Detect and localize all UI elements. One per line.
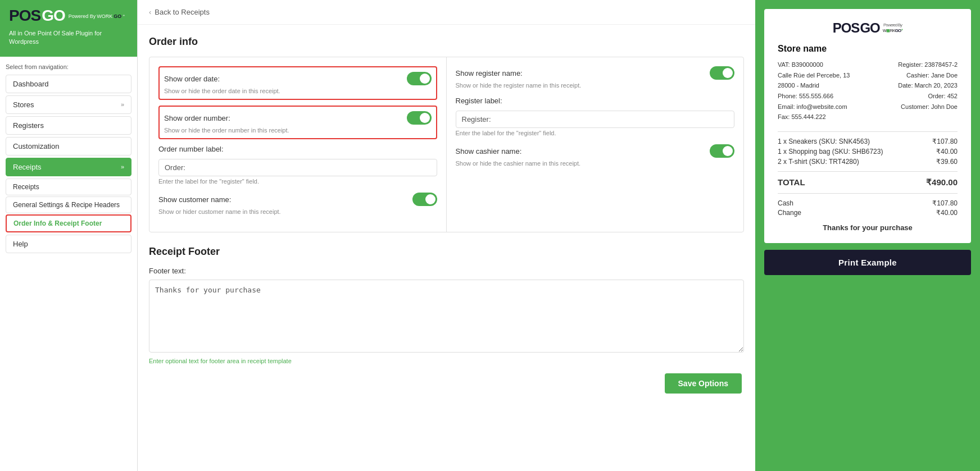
receipt-total-label: TOTAL — [778, 177, 805, 188]
logo: POSGO Powered By WORKGO ⁺ — [9, 7, 128, 25]
show-order-date-field: Show order date: Show or hide the order … — [158, 66, 437, 100]
sidebar-item-label-dashboard: Dashboard — [13, 80, 49, 88]
save-options-button[interactable]: Save Options — [665, 373, 742, 394]
show-register-name-toggle[interactable] — [710, 66, 734, 80]
receipt-card: POSGO Powered By W◼RKGO⁺ Store name VAT:… — [764, 9, 971, 243]
receipt-order: Order: 452 — [898, 91, 958, 102]
receipt-cash-value: ₹107.80 — [932, 199, 958, 207]
show-order-number-desc: Show or hide the order number in this re… — [164, 127, 432, 134]
sidebar-sub-receipts-label: Receipts — [13, 183, 39, 191]
receipt-register: Register: 23878457-2 — [898, 60, 958, 70]
receipt-customer: Customer: John Doe — [898, 102, 958, 112]
sidebar-item-registers[interactable]: Registers — [6, 116, 131, 135]
receipt-logo-pos: POS — [833, 20, 860, 36]
show-customer-name-label-row: Show customer name: — [158, 193, 437, 206]
receipt-meta: VAT: B39000000 Calle Rúe del Percebe, 13… — [778, 60, 958, 122]
breadcrumb: ‹ Back to Receipts — [138, 0, 755, 25]
receipt-change-value: ₹40.00 — [936, 209, 958, 217]
footer-text-label: Footer text: — [149, 267, 744, 275]
receipt-meta-right: Register: 23878457-2 Cashier: Jane Doe D… — [898, 60, 958, 122]
show-order-number-label: Show order number: — [164, 114, 230, 122]
sidebar-item-label-receipts: Receipts — [13, 163, 42, 171]
receipt-divider-3 — [778, 193, 958, 194]
register-label-desc: Enter the label for the "register" field… — [456, 130, 735, 136]
sidebar-item-help[interactable]: Help — [6, 235, 131, 253]
receipt-email: Email: info@website.com — [778, 102, 850, 112]
register-label-input[interactable] — [456, 111, 735, 128]
receipt-item-1-desc: 1 x Sneakers (SKU: SNK4563) — [778, 138, 870, 145]
receipt-item-3-desc: 2 x T-shirt (SKU: TRT4280) — [778, 158, 859, 166]
sidebar-item-stores[interactable]: Stores » — [6, 95, 131, 114]
register-label-field: Register label: Enter the label for the … — [456, 97, 735, 136]
sidebar-sub-general-settings-label: General Settings & Recipe Headers — [13, 201, 120, 209]
sidebar-sub-order-info-label: Order Info & Receipt Footer — [13, 220, 102, 227]
breadcrumb-arrow-icon: ‹ — [149, 8, 151, 16]
receipt-date: Date: March 20, 2023 — [898, 80, 958, 91]
footer-text-textarea[interactable]: Thanks for your purchase — [149, 280, 744, 353]
receipt-vat: VAT: B39000000 — [778, 60, 850, 70]
print-example-button[interactable]: Print Example — [764, 250, 971, 275]
show-order-number-field: Show order number: Show or hide the orde… — [158, 106, 437, 139]
order-info-grid: Show order date: Show or hide the order … — [149, 57, 744, 232]
receipt-change-label: Change — [778, 209, 801, 217]
sidebar-logo: POSGO Powered By WORKGO ⁺ All in One Poi… — [0, 0, 137, 57]
breadcrumb-back-link[interactable]: Back to Receipts — [155, 8, 210, 16]
show-order-date-toggle[interactable] — [407, 72, 432, 85]
logo-powered: Powered By WORKGO ⁺ — [69, 13, 126, 19]
show-register-name-field: Show register name: Show or hide the reg… — [456, 66, 735, 89]
sidebar-tagline: All in One Point Of Sale Plugin for Word… — [9, 29, 128, 52]
sidebar-sub-general-settings[interactable]: General Settings & Recipe Headers — [6, 196, 131, 213]
show-cashier-name-desc: Show or hide the cashier name in this re… — [456, 160, 735, 167]
register-label-text: Register label: — [456, 97, 502, 105]
receipt-cash-label: Cash — [778, 199, 793, 207]
receipt-items: 1 x Sneakers (SKU: SNK4563) ₹107.80 1 x … — [778, 138, 958, 166]
footer-hint-colored: in receipt template — [241, 358, 292, 364]
sidebar-nav-label: Select from navigation: — [6, 63, 131, 70]
sidebar-item-dashboard[interactable]: Dashboard — [6, 75, 131, 93]
receipt-line-item-3: 2 x T-shirt (SKU: TRT4280) ₹39.60 — [778, 158, 958, 166]
receipt-footer-title: Receipt Footer — [149, 246, 744, 258]
receipt-logo-text: POSGO Powered By W◼RKGO⁺ — [833, 20, 903, 36]
show-order-date-desc: Show or hide the order date in this rece… — [164, 88, 432, 94]
toggle-slider-4 — [710, 66, 734, 80]
receipt-fax: Fax: 555.444.222 — [778, 112, 850, 122]
sidebar-item-label-help: Help — [13, 240, 28, 248]
receipt-logo: POSGO Powered By W◼RKGO⁺ — [778, 20, 958, 36]
show-customer-name-toggle[interactable] — [412, 193, 437, 206]
order-number-label-input[interactable] — [158, 159, 437, 176]
order-number-label-desc: Enter the label for the "register" field… — [158, 178, 437, 185]
sidebar-item-label-customization: Customization — [13, 142, 59, 150]
show-cashier-name-label: Show cashier name: — [456, 147, 522, 156]
chevron-icon: » — [121, 101, 124, 108]
register-label-row: Register label: — [456, 97, 735, 105]
show-order-date-label: Show order date: — [164, 75, 220, 83]
receipt-line-item-2: 1 x Shopping bag (SKU: SHB6723) ₹40.00 — [778, 148, 958, 156]
sidebar-item-label-registers: Registers — [13, 121, 44, 130]
toggle-slider-3 — [412, 193, 437, 206]
show-order-date-label-row: Show order date: — [164, 72, 432, 85]
show-register-name-desc: Show or hide the register name in this r… — [456, 82, 735, 89]
main-content: ‹ Back to Receipts Order info Show order… — [138, 0, 755, 471]
show-register-name-label: Show register name: — [456, 69, 523, 77]
logo-pos: POS — [9, 7, 40, 25]
toggle-slider-2 — [407, 111, 432, 125]
order-number-label-text: Order number label: — [158, 145, 224, 153]
sidebar: POSGO Powered By WORKGO ⁺ All in One Poi… — [0, 0, 138, 471]
sidebar-item-receipts[interactable]: Receipts » — [6, 158, 131, 176]
receipt-change-row: Change ₹40.00 — [778, 209, 958, 217]
sidebar-sub-menu: Receipts General Settings & Recipe Heade… — [6, 179, 131, 232]
receipt-panel: POSGO Powered By W◼RKGO⁺ Store name VAT:… — [755, 0, 980, 471]
show-customer-name-desc: Show or hider customer name in this rece… — [158, 208, 437, 215]
sidebar-sub-order-info[interactable]: Order Info & Receipt Footer — [6, 214, 131, 232]
footer-hint-text: Enter optional text for footer area — [149, 358, 239, 364]
sidebar-sub-receipts[interactable]: Receipts — [6, 179, 131, 195]
show-cashier-name-toggle[interactable] — [710, 144, 734, 158]
show-order-number-toggle[interactable] — [407, 111, 432, 125]
receipt-phone: Phone: 555.555.666 — [778, 91, 850, 102]
chevron-icon-receipts: » — [121, 163, 124, 170]
content-area: Order info Show order date: Show or hide… — [138, 25, 755, 471]
receipt-divider-1 — [778, 131, 958, 132]
receipt-line-item-1: 1 x Sneakers (SKU: SNK4563) ₹107.80 — [778, 138, 958, 145]
sidebar-item-customization[interactable]: Customization — [6, 137, 131, 156]
order-info-col-left: Show order date: Show or hide the order … — [149, 57, 447, 232]
